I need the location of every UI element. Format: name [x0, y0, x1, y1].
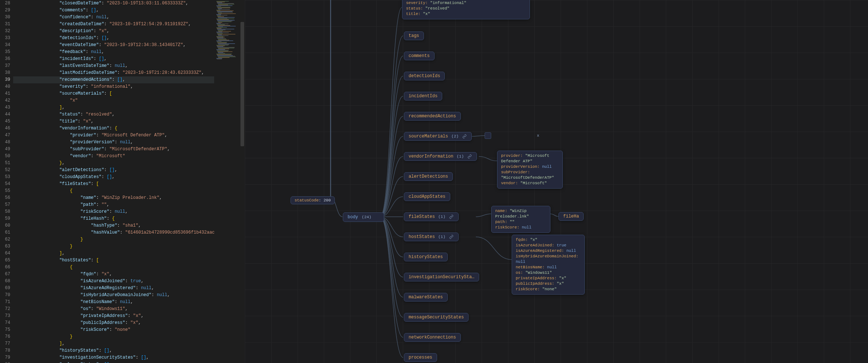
node-hostStates[interactable]: hostStates(1): [404, 232, 459, 241]
minimap[interactable]: [214, 0, 240, 363]
link-icon: [462, 134, 467, 139]
link-icon: [449, 234, 454, 239]
node-label: vendorInformation: [409, 154, 453, 159]
node-processes[interactable]: processes: [404, 353, 437, 362]
node-statuscode[interactable]: statusCode: 200: [291, 196, 335, 204]
node-label: fileStates: [409, 214, 435, 219]
editor-scrollbar[interactable]: [240, 0, 245, 363]
status-key: statusCode: [295, 198, 319, 203]
node-comments[interactable]: comments: [404, 52, 435, 60]
node-malwareStates[interactable]: malwareStates: [404, 293, 448, 302]
node-tags[interactable]: tags: [404, 31, 424, 40]
card-file-state[interactable]: name: "WinZip Preloader.lnk"path: ""risk…: [491, 206, 550, 233]
wire-top: [330, 0, 331, 197]
link-icon: [467, 154, 472, 159]
code-editor[interactable]: 2829303132333435363738394041424344454647…: [0, 0, 243, 363]
node-alertDetections[interactable]: alertDetections: [404, 172, 453, 181]
node-label: tags: [409, 33, 419, 38]
status-value: 200: [323, 198, 331, 203]
node-vendorInformation[interactable]: vendorInformation(1): [404, 152, 477, 161]
body-label: body: [348, 215, 358, 220]
tiny-expand-box[interactable]: [485, 132, 491, 139]
node-sourceMaterials[interactable]: sourceMaterials(2): [404, 132, 472, 141]
node-investigationSecurityStates[interactable]: investigationSecuritySta…: [404, 273, 479, 281]
node-historyStates[interactable]: historyStates: [404, 253, 448, 261]
node-label: alertDetections: [409, 174, 448, 179]
node-label: networkConnections: [409, 335, 456, 340]
link-icon: [449, 214, 454, 219]
node-networkConnections[interactable]: networkConnections: [404, 333, 461, 342]
node-count: (2): [451, 134, 459, 139]
node-fileStates[interactable]: fileStates(1): [404, 212, 459, 221]
node-label: messageSecurityStates: [409, 315, 464, 320]
node-label: processes: [409, 355, 432, 360]
line-number-gutter: 2829303132333435363738394041424344454647…: [0, 0, 13, 363]
scrollbar-thumb[interactable]: [240, 22, 244, 146]
link-icon: [375, 214, 379, 220]
node-count: (1): [438, 215, 446, 219]
node-label: investigationSecuritySta…: [409, 275, 474, 280]
node-label: sourceMaterials: [409, 134, 448, 139]
node-detectionIds[interactable]: detectionIds: [404, 72, 445, 80]
node-incidentIds[interactable]: incidentIds: [404, 92, 442, 101]
node-label: historyStates: [409, 254, 443, 260]
node-body[interactable]: body (24): [343, 212, 384, 222]
node-label: comments: [409, 53, 430, 58]
node-cloudAppStates[interactable]: cloudAppStates: [404, 192, 450, 201]
tiny-label-x: x: [537, 133, 539, 138]
node-filehash[interactable]: fileHa: [558, 212, 584, 221]
node-label: incidentIds: [409, 94, 437, 99]
node-label: malwareStates: [409, 295, 443, 300]
node-label: fileHa: [563, 214, 579, 219]
card-vendor-information[interactable]: provider: "Microsoft Defender ATP"provid…: [497, 151, 563, 189]
node-label: recommendedActions: [409, 114, 456, 119]
node-count: (1): [456, 154, 464, 159]
code-content[interactable]: "closedDateTime": "2023-10-19T13:03:11.0…: [13, 0, 243, 363]
card-alert-summary[interactable]: severity: "informational"status: "resolv…: [402, 0, 530, 19]
node-label: detectionIds: [409, 73, 440, 79]
node-label: hostStates: [409, 234, 435, 239]
graph-canvas[interactable]: statusCode: 200 body (24) severity: "inf…: [245, 0, 868, 363]
node-label: cloudAppStates: [409, 194, 446, 199]
node-recommendedActions[interactable]: recommendedActions: [404, 112, 461, 121]
card-host-state[interactable]: fqdn: "x"isAzureAdJoined: trueisAzureAdR…: [512, 235, 585, 295]
node-count: (1): [438, 235, 446, 239]
node-messageSecurityStates[interactable]: messageSecurityStates: [404, 313, 469, 322]
body-count: (24): [362, 215, 371, 219]
